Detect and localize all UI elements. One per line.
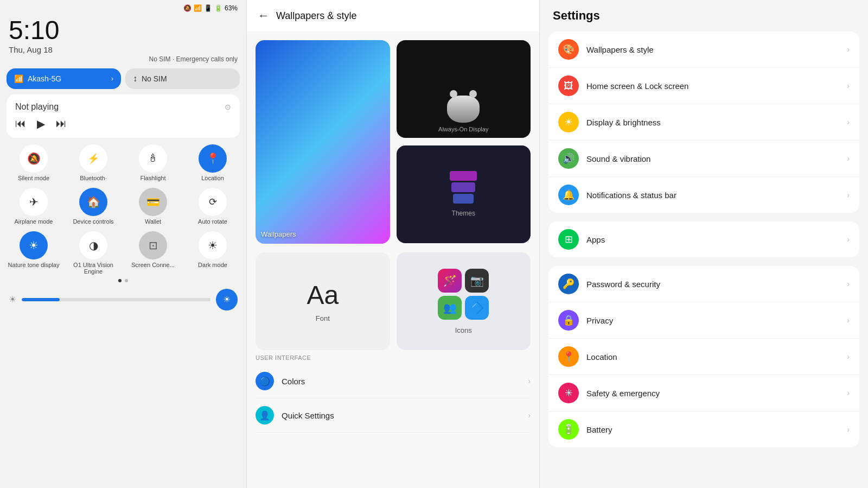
icon-app-4: 🔷 [465,296,489,320]
tile-device[interactable]: 🏠 Device controls [66,188,120,225]
media-prev-button[interactable]: ⏮ [15,117,26,130]
clock-date: Thu, Aug 18 [9,45,238,54]
quick-tiles-row1: 🔕 Silent mode ⚡ Bluetooth· 🕯 Flashlight … [0,141,246,185]
icon-app-3: 👥 [438,296,462,320]
notifications-status-label: Notifications & status bar [586,191,839,200]
notifications-status-arrow: › [847,191,850,199]
bluetooth-icon: ⚡ [79,144,107,173]
battery-label: Battery [586,425,839,434]
control-center-panel: 🔕 📶 📱 🔋 63% 5:10 Thu, Aug 18 No SIM · Em… [0,0,247,488]
sim-label: No SIM [142,74,167,83]
themes-thumb[interactable]: Themes [397,145,531,243]
media-title: Not playing [15,102,59,112]
display-brightness-icon: ☀ [558,112,579,132]
themes-label: Themes [452,210,475,217]
darkmode-icon: ☀ [199,231,227,259]
colors-item[interactable]: 🔵 Colors › [256,364,531,398]
bluetooth-label: Bluetooth· [80,175,107,181]
settings-notifications-status[interactable]: 🔔 Notifications & status bar › [548,177,859,213]
settings-group-1: 🎨 Wallpapers & style › 🖼 Home screen & L… [548,31,859,213]
settings-location[interactable]: 📍 Location › [548,339,859,375]
brightness-settings-button[interactable]: ☀ [216,289,238,310]
icons-grid: 🪄 📷 👥 🔷 [438,269,489,320]
tile-airplane[interactable]: ✈ Airplane mode [7,188,61,225]
safety-emergency-label: Safety & emergency [586,389,839,398]
settings-group-2: ⊞ Apps › [548,221,859,257]
settings-safety-emergency[interactable]: ✳ Safety & emergency › [548,375,859,411]
tile-location[interactable]: 📍 Location [186,144,240,181]
media-next-button[interactable]: ⏭ [56,117,67,130]
settings-privacy[interactable]: 🔒 Privacy › [548,302,859,339]
autorotate-icon: ⟳ [199,188,227,216]
wallpaper-header: ← Wallpapers & style [247,0,539,31]
tile-flashlight[interactable]: 🕯 Flashlight [126,144,180,181]
nature-label: Nature tone display [8,262,60,268]
home-lock-icon: 🖼 [558,75,579,96]
home-lock-arrow: › [847,81,850,90]
settings-title: Settings [553,9,855,23]
silent-icon: 🔕 [20,144,48,173]
settings-battery[interactable]: 🔋 Battery › [548,411,859,447]
settings-display-brightness[interactable]: ☀ Display & brightness › [548,104,859,141]
wallpaper-title: Wallpapers & style [276,10,356,22]
airplane-label: Airplane mode [15,218,53,225]
aod-thumb[interactable]: Always-On Display [397,40,531,138]
location-label: Location [201,175,224,181]
time-display: 5:10 Thu, Aug 18 [0,14,246,54]
wallpapers-thumb[interactable]: Wallpapers [256,40,390,244]
privacy-icon: 🔒 [558,310,579,331]
dot-2 [125,279,128,282]
sim-button[interactable]: ↕ No SIM [125,68,240,89]
tile-autorotate[interactable]: ⟳ Auto rotate [186,188,240,225]
wifi-button[interactable]: 📶 Akash-5G › [7,68,121,89]
settings-apps[interactable]: ⊞ Apps › [548,221,859,257]
theme-icon: Themes [450,171,477,217]
tile-nature[interactable]: ☀ Nature tone display [7,231,61,275]
tile-darkmode[interactable]: ☀ Dark mode [186,231,240,275]
media-header: Not playing ⊙ [15,102,231,112]
location-icon: 📍 [199,144,227,173]
settings-sound-vibration[interactable]: 🔊 Sound & vibration › [548,141,859,177]
colors-icon: 🔵 [256,372,274,390]
media-play-button[interactable]: ▶ [37,117,45,130]
wallpaper-style-panel: ← Wallpapers & style Wallpapers Always-O… [247,0,540,488]
tile-screenconn[interactable]: ⊡ Screen Conne... [126,231,180,275]
sim-info: No SIM · Emergency calls only [0,54,246,66]
aod-content: Always-On Display [438,96,488,132]
dnd-icon: 🔕 [183,4,192,12]
nature-icon: ☀ [20,231,48,259]
sim-bars-icon: ↕ [133,74,137,84]
home-lock-label: Home screen & Lock screen [586,81,839,91]
apps-arrow: › [847,235,850,244]
tile-wallet[interactable]: 💳 Wallet [126,188,180,225]
settings-home-lock[interactable]: 🖼 Home screen & Lock screen › [548,68,859,104]
device-label: Device controls [73,218,113,225]
tile-o1ultra[interactable]: ◑ O1 Ultra Vision Engine [66,231,120,275]
screenconn-icon: ⊡ [139,231,167,259]
location-icon: 📍 [558,346,579,367]
page-dots [0,279,246,282]
quick-settings-item[interactable]: 👤 Quick Settings › [256,398,531,433]
sound-vibration-arrow: › [847,154,850,163]
icons-thumb[interactable]: 🪄 📷 👥 🔷 Icons [397,252,531,350]
screenconn-label: Screen Conne... [131,262,175,268]
wifi-icon: 📶 [194,4,202,12]
back-button[interactable]: ← [258,9,270,23]
settings-group-3: 🔑 Password & security › 🔒 Privacy › 📍 Lo… [548,266,859,447]
silent-label: Silent mode [18,175,49,181]
user-interface-section: USER INTERFACE 🔵 Colors › 👤 Quick Settin… [247,350,539,433]
tile-silent[interactable]: 🔕 Silent mode [7,144,61,181]
sound-vibration-label: Sound & vibration [586,154,839,163]
font-thumb[interactable]: Aa Font [256,252,390,350]
tile-bluetooth[interactable]: ⚡ Bluetooth· [66,144,120,181]
settings-wallpapers-style[interactable]: 🎨 Wallpapers & style › [548,31,859,68]
theme-layer-2 [451,182,475,192]
brightness-row: ☀ ☀ [0,284,246,315]
font-label: Font [316,314,330,322]
password-security-label: Password & security [586,280,839,289]
safety-emergency-icon: ✳ [558,383,579,403]
brightness-slider[interactable] [22,298,210,301]
settings-password-security[interactable]: 🔑 Password & security › [548,266,859,302]
network-row: 📶 Akash-5G › ↕ No SIM [0,66,246,91]
autorotate-label: Auto rotate [198,218,227,225]
